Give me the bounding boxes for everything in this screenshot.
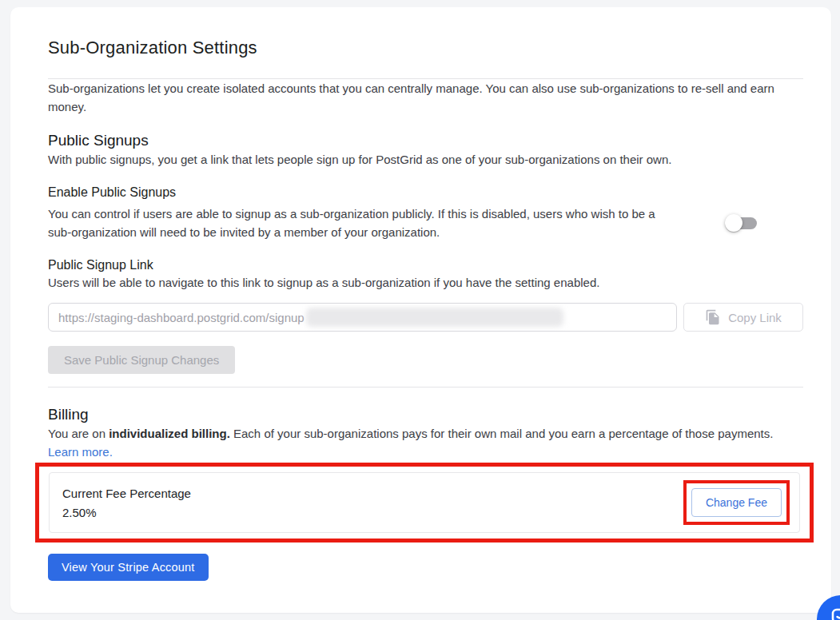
billing-description-rest: Each of your sub-organizations pays for …	[230, 427, 774, 440]
billing-description-prefix: You are on	[48, 427, 109, 440]
learn-more-link[interactable]: Learn more.	[48, 445, 113, 459]
view-stripe-account-button[interactable]: View Your Stripe Account	[48, 554, 209, 581]
enable-public-signups-heading: Enable Public Signups	[48, 185, 803, 201]
enable-public-signups-description: You can control if users are able to sig…	[48, 205, 665, 241]
public-signup-link-row: https://staging-dashboard.postgrid.com/s…	[48, 303, 803, 332]
sub-organization-settings-card: Sub-Organization Settings Sub-organizati…	[10, 7, 831, 613]
redacted-url-blur	[306, 308, 563, 327]
billing-plan-name: individualized billing.	[109, 427, 230, 440]
toggle-thumb	[725, 214, 742, 232]
public-signup-link-value: https://staging-dashboard.postgrid.com/s…	[58, 311, 305, 324]
copy-icon	[705, 309, 721, 325]
save-public-signup-changes-button[interactable]: Save Public Signup Changes	[48, 346, 235, 374]
public-signup-link-description: Users will be able to navigate to this l…	[48, 273, 803, 292]
copy-link-label: Copy Link	[728, 311, 782, 324]
change-fee-button[interactable]: Change Fee	[691, 488, 782, 517]
billing-heading: Billing	[48, 405, 803, 424]
fee-value: 2.50%	[62, 506, 191, 519]
billing-description: You are on individualized billing. Each …	[48, 424, 803, 461]
page-title: Sub-Organization Settings	[48, 38, 803, 58]
divider	[48, 387, 803, 388]
fee-text-block: Current Fee Percentage 2.50%	[62, 487, 191, 519]
public-signups-description: With public signups, you get a link that…	[48, 150, 803, 169]
annotation-highlight-fee-section: Current Fee Percentage 2.50% Change Fee	[35, 463, 814, 542]
current-fee-card: Current Fee Percentage 2.50% Change Fee	[49, 472, 800, 533]
public-signups-heading: Public Signups	[48, 131, 803, 150]
fee-label: Current Fee Percentage	[62, 487, 191, 500]
chat-bubble-icon	[830, 606, 840, 620]
annotation-highlight-change-fee: Change Fee	[683, 480, 790, 525]
public-signup-link-heading: Public Signup Link	[48, 257, 803, 273]
intro-text: Sub-organizations let you create isolate…	[48, 79, 803, 116]
enable-public-signups-row: You can control if users are able to sig…	[48, 205, 803, 241]
enable-public-signups-toggle[interactable]	[727, 213, 757, 232]
page-background: Sub-Organization Settings Sub-organizati…	[0, 0, 840, 620]
public-signup-link-input[interactable]: https://staging-dashboard.postgrid.com/s…	[48, 303, 677, 332]
copy-link-button[interactable]: Copy Link	[683, 303, 803, 332]
